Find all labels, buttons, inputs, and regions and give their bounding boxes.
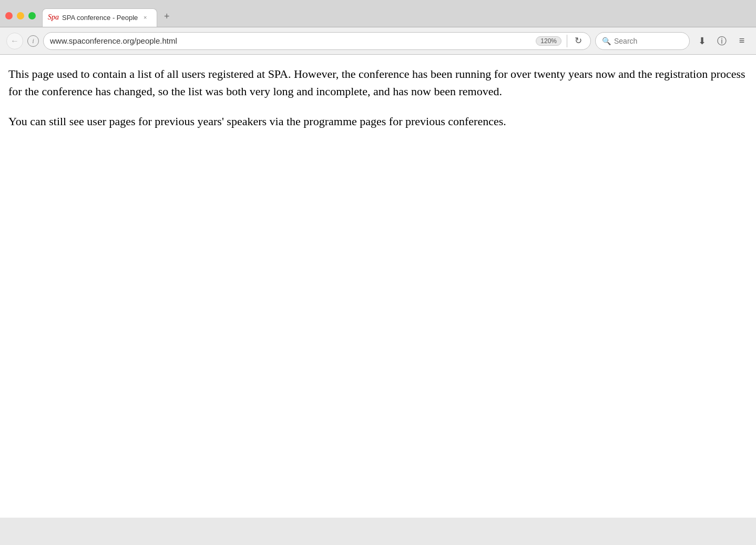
tab-favicon: Spa	[48, 13, 59, 22]
paragraph-2: You can still see user pages for previou…	[8, 113, 748, 130]
search-container: 🔍	[595, 32, 690, 50]
new-tab-button[interactable]: +	[159, 9, 174, 24]
divider	[567, 35, 567, 47]
menu-button[interactable]: ≡	[734, 33, 750, 49]
back-button[interactable]: ←	[6, 33, 23, 49]
reload-button[interactable]: ↻	[573, 35, 584, 46]
minimize-button[interactable]	[17, 12, 24, 19]
search-input[interactable]	[614, 37, 683, 45]
shield-icon: ⓘ	[717, 35, 727, 47]
tab-title: SPA conference - People	[62, 14, 138, 22]
title-bar: Spa SPA conference - People × +	[0, 0, 756, 27]
info-icon: i	[32, 37, 34, 45]
paragraph-1: This page used to contain a list of all …	[8, 65, 748, 100]
download-button[interactable]: ⬇	[694, 33, 710, 49]
menu-icon: ≡	[739, 35, 745, 46]
maximize-button[interactable]	[28, 12, 36, 19]
nav-bar: ← i 120% ↻ 🔍 ⬇ ⓘ ≡	[0, 27, 756, 55]
download-icon: ⬇	[698, 35, 706, 47]
address-bar-container: 120% ↻	[43, 32, 591, 50]
page-content: This page used to contain a list of all …	[0, 55, 756, 518]
tab-bar: Spa SPA conference - People × +	[42, 8, 756, 27]
shield-button[interactable]: ⓘ	[714, 33, 730, 49]
back-icon: ←	[11, 36, 19, 46]
tab-close-button[interactable]: ×	[141, 13, 149, 22]
address-bar[interactable]	[50, 36, 532, 45]
search-icon: 🔍	[602, 37, 611, 45]
active-tab[interactable]: Spa SPA conference - People ×	[42, 8, 157, 27]
info-button[interactable]: i	[27, 35, 39, 47]
zoom-badge: 120%	[536, 36, 561, 46]
close-button[interactable]	[5, 12, 13, 19]
window-controls	[5, 12, 42, 27]
